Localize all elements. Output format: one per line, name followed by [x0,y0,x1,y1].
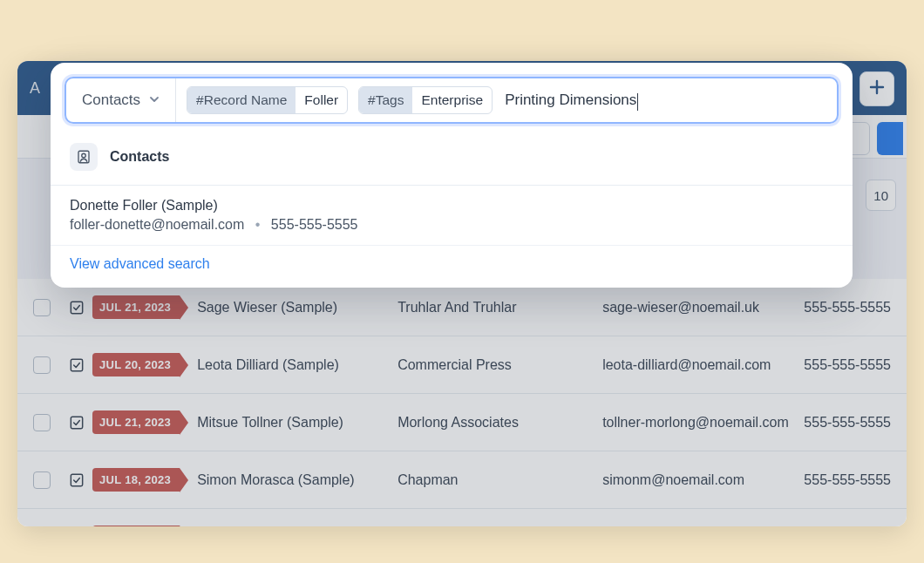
svg-rect-2 [71,417,82,428]
row-checkbox[interactable] [33,471,51,489]
search-result-item[interactable]: Donette Foller (Sample) foller-donette@n… [51,186,853,246]
add-button[interactable] [859,71,894,106]
table-row[interactable]: JUL 21, 2023Mitsue Tollner (Sample)Morlo… [17,394,907,451]
advanced-search-row: View advanced search [51,246,853,277]
contact-phone: 555-555-5555 [804,357,891,373]
date-badge: JUL 21, 2023 [92,410,180,434]
company-name: Morlong Associates [397,415,602,431]
separator-dot: • [248,217,268,232]
chip-key: #Tags [359,87,412,113]
search-popover: Contacts #Record Name Foller #Tags Enter… [51,63,853,288]
topbar-left-text: A [30,79,40,98]
date-badge: JUL 18, 2023 [92,468,180,492]
company-name: Chapman [397,472,602,488]
contact-phone: 555-555-5555 [804,415,891,431]
contact-phone: 555-555-5555 [804,472,891,488]
chip-value: Foller [296,87,347,113]
svg-rect-1 [71,359,82,370]
company-name: Commercial Press [397,357,602,373]
result-phone: 555-555-5555 [271,217,358,232]
row-checkbox[interactable] [33,299,51,316]
table-row[interactable]: JUL 18, 2023Simon Morasca (Sample)Chapma… [17,451,907,509]
chevron-down-icon [149,92,160,109]
search-input[interactable]: Printing Dimensions [505,92,636,109]
results-section-header: Contacts [51,124,853,180]
result-subtitle: foller-donette@noemail.com • 555-555-555… [70,217,833,233]
scope-label: Contacts [82,92,140,109]
row-checkbox[interactable] [33,356,51,374]
contact-name: Leota Dilliard (Sample) [197,357,397,373]
date-badge: JUL 21, 2023 [92,526,180,526]
toolbar-primary-button[interactable] [877,122,903,155]
contact-phone: 555-555-5555 [804,300,891,315]
svg-rect-3 [71,474,82,485]
contact-email: sage-wieser@noemail.uk [602,300,798,315]
date-badge: JUL 20, 2023 [92,353,180,376]
chip-value: Enterprise [412,87,492,113]
table-row[interactable]: JUL 20, 2023Leota Dilliard (Sample)Comme… [17,336,907,394]
scope-selector[interactable]: Contacts [66,78,176,122]
contact-name: Simon Morasca (Sample) [197,472,397,488]
company-name: Truhlar And Truhlar [397,300,602,315]
result-email: foller-donette@noemail.com [70,217,244,232]
chip-key: #Record Name [187,87,296,113]
contact-email: tollner-morlong@noemail.com [602,415,798,431]
table-row[interactable]: JUL 21, 2023Donette Foller (Sample)Print… [17,509,907,526]
task-check-icon [68,414,85,431]
svg-rect-0 [71,302,82,313]
plus-icon [869,78,885,100]
task-check-icon [68,356,85,374]
contact-name: Sage Wieser (Sample) [197,300,397,315]
svg-point-6 [82,153,86,158]
advanced-search-link[interactable]: View advanced search [70,256,210,271]
row-checkbox[interactable] [33,414,51,431]
results-header-label: Contacts [110,149,169,165]
contact-email: simonm@noemail.com [602,472,798,488]
search-chip-tags[interactable]: #Tags Enterprise [358,86,493,114]
contact-email: leota-dilliard@noemail.com [602,357,798,373]
contact-icon [70,143,98,171]
search-chip-record-name[interactable]: #Record Name Foller [187,86,348,114]
search-bar[interactable]: Contacts #Record Name Foller #Tags Enter… [65,77,839,124]
task-check-icon [68,299,85,316]
task-check-icon [68,471,85,489]
result-title: Donette Foller (Sample) [70,198,833,214]
date-badge: JUL 21, 2023 [92,295,180,319]
contact-name: Mitsue Tollner (Sample) [197,415,397,431]
